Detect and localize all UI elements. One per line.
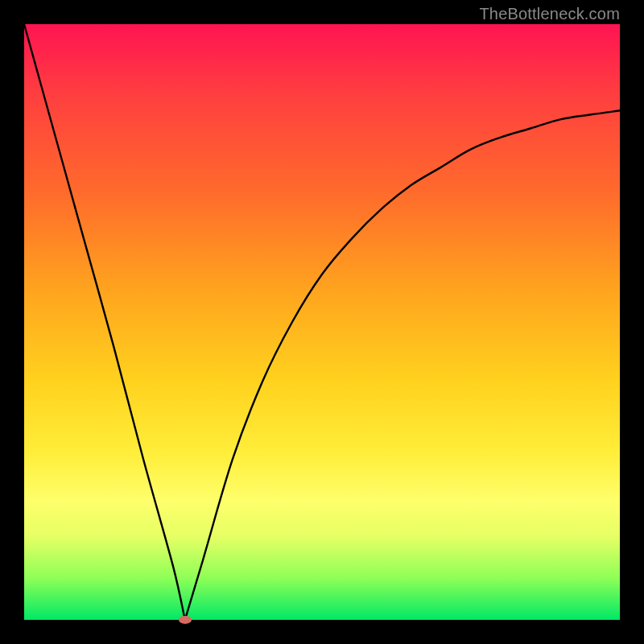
watermark-text: TheBottleneck.com	[479, 5, 620, 23]
chart-frame: TheBottleneck.com	[0, 0, 644, 644]
curve-path	[24, 24, 620, 620]
minimum-point-marker	[179, 616, 192, 624]
plot-area	[24, 24, 620, 620]
bottleneck-curve	[24, 24, 620, 620]
